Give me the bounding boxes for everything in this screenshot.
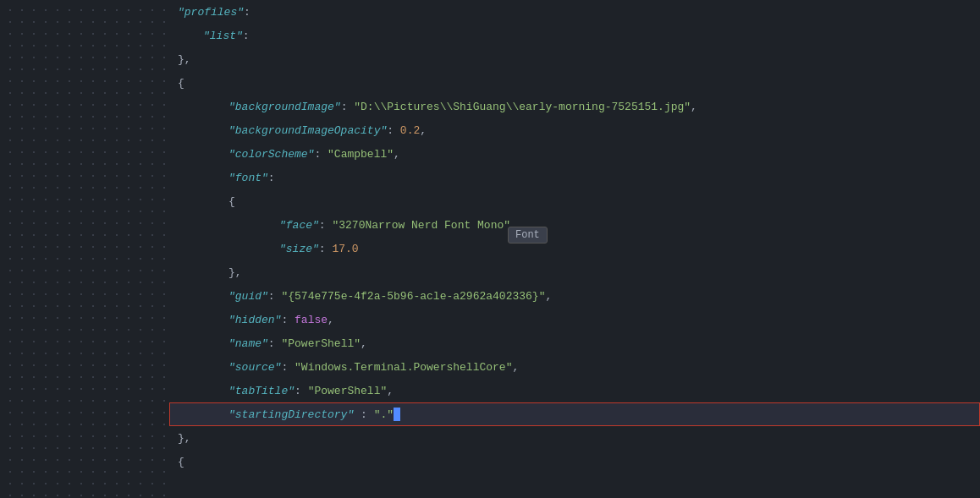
- token-colon: :: [268, 290, 282, 303]
- code-line: "hidden": false,: [169, 308, 980, 331]
- token-punctuation: ,: [420, 124, 427, 137]
- token-key: "size": [279, 243, 319, 255]
- token-colon: :: [281, 314, 295, 326]
- code-line: "profiles":: [169, 0, 980, 24]
- token-key: "backgroundImage": [228, 101, 341, 113]
- token-key: "backgroundImageOpacity": [228, 124, 387, 137]
- token-punctuation: ,: [394, 148, 400, 161]
- token-colon: :: [341, 101, 355, 113]
- token-string: "PowerShell": [281, 337, 361, 350]
- token-string: "{574e775e-4f2a-5b96-acle-a2962a402336}": [281, 290, 545, 303]
- code-line: "source": "Windows.Terminal.PowershellCo…: [169, 355, 980, 379]
- token-key: "tabTitle": [228, 385, 295, 397]
- token-key: "startingDirectory": [228, 408, 354, 421]
- token-colon: :: [387, 124, 400, 137]
- token-colon: :: [268, 172, 275, 184]
- token-colon: :: [295, 385, 308, 397]
- token-colon: :: [268, 337, 282, 350]
- token-number: 0.2: [400, 124, 420, 137]
- token-brace: {: [178, 456, 184, 468]
- token-number: 17.0: [332, 243, 358, 255]
- token-brace: {: [178, 77, 184, 90]
- editor-container: "profiles":"list":},{"backgroundImage": …: [0, 0, 980, 498]
- code-line: "guid": "{574e775e-4f2a-5b96-acle-a2962a…: [169, 284, 980, 308]
- token-string: "D:\\Pictures\\ShiGuang\\early-morning-7…: [354, 101, 691, 113]
- code-line: "name": "PowerShell",: [169, 331, 980, 355]
- code-line: "backgroundImageOpacity": 0.2,: [169, 118, 980, 142]
- code-line: {: [169, 189, 980, 213]
- code-line: "colorScheme": "Campbell",: [169, 142, 980, 166]
- code-line: },: [169, 47, 980, 71]
- token-key: "hidden": [228, 314, 281, 326]
- code-line: "tabTitle": "PowerShell",: [169, 379, 980, 402]
- token-colon: :: [319, 243, 333, 255]
- token-string: "3270Narrow Nerd Font Mono": [332, 219, 510, 232]
- dot-grid-panel: [0, 0, 169, 498]
- token-punctuation: ,: [361, 337, 367, 350]
- token-colon: :: [243, 30, 250, 42]
- token-key: "guid": [228, 290, 268, 303]
- token-brace: },: [178, 53, 191, 66]
- token-punctuation: ,: [691, 101, 697, 113]
- token-colon: :: [314, 148, 328, 161]
- token-punctuation: ,: [387, 385, 394, 397]
- token-key: "font": [228, 172, 268, 184]
- token-punctuation: ,: [545, 290, 552, 303]
- code-line: },: [169, 260, 980, 284]
- token-colon: :: [244, 6, 251, 19]
- token-colon: :: [354, 408, 373, 421]
- token-string: "Campbell": [328, 148, 394, 161]
- token-brace: },: [178, 432, 191, 445]
- code-area[interactable]: "profiles":"list":},{"backgroundImage": …: [169, 0, 980, 498]
- token-punctuation: ,: [510, 219, 517, 232]
- token-key: "profiles": [178, 6, 244, 19]
- code-line: "font":: [169, 166, 980, 189]
- code-line: "size": 17.0: [169, 237, 980, 260]
- token-key: "name": [228, 337, 268, 350]
- token-string: ".": [374, 408, 394, 421]
- code-line: },: [169, 426, 980, 450]
- token-colon: :: [281, 361, 295, 374]
- code-line: "list":: [169, 24, 980, 47]
- token-key: "list": [203, 30, 243, 42]
- token-punctuation: ,: [512, 361, 519, 374]
- token-punctuation: ,: [328, 314, 334, 326]
- code-line: {: [169, 71, 980, 95]
- code-line: "startingDirectory" : ".": [169, 402, 980, 426]
- token-brace: },: [228, 266, 242, 279]
- code-line: {: [169, 450, 980, 473]
- token-key: "face": [279, 219, 319, 232]
- token-bool: false: [295, 314, 328, 326]
- token-key: "source": [228, 361, 281, 374]
- token-string: "PowerShell": [308, 385, 388, 397]
- text-cursor: [394, 408, 400, 421]
- token-string: "Windows.Terminal.PowershellCore": [295, 361, 512, 374]
- token-brace: {: [228, 195, 235, 208]
- token-key: "colorScheme": [228, 148, 314, 161]
- token-colon: :: [319, 219, 333, 232]
- code-line: "face": "3270Narrow Nerd Font Mono",: [169, 213, 980, 237]
- code-line: "backgroundImage": "D:\\Pictures\\ShiGua…: [169, 95, 980, 118]
